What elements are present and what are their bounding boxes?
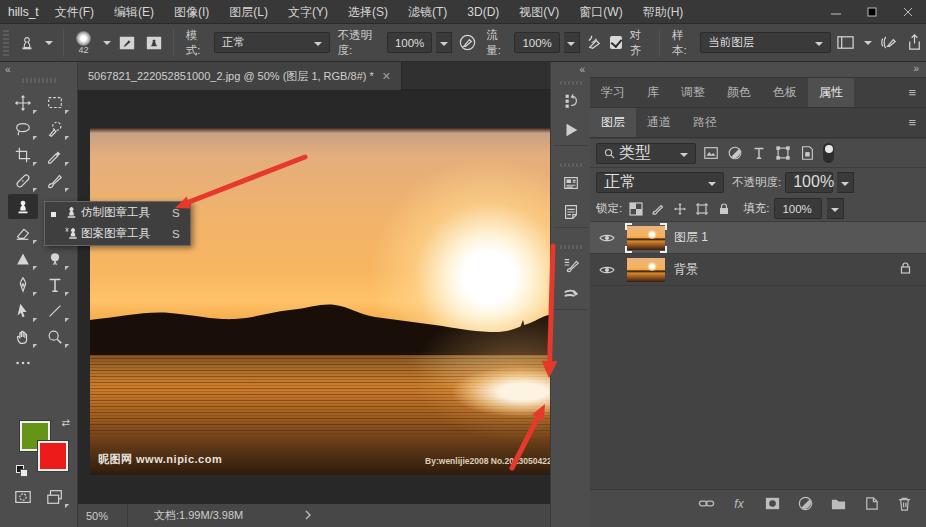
expand-panels-icon[interactable]: » [913, 63, 918, 74]
pressure-opacity-icon[interactable] [456, 31, 478, 55]
menu-file[interactable]: 文件(F) [45, 0, 104, 24]
zoom-level-field[interactable]: 50% [78, 504, 128, 527]
actions-panel-icon[interactable] [556, 116, 586, 144]
menu-view[interactable]: 视图(V) [509, 0, 569, 24]
sample-select[interactable]: 当前图层 [700, 32, 830, 53]
quick-selection-tool[interactable] [40, 116, 70, 141]
link-layers-icon[interactable] [696, 494, 716, 514]
tool-preset-stamp-icon[interactable] [15, 31, 37, 55]
menu-layer[interactable]: 图层(L) [219, 0, 278, 24]
tool-preset-chevron-icon[interactable] [42, 33, 55, 53]
layer-row-layer1[interactable]: 图层 1 [590, 222, 926, 254]
layer-name[interactable]: 图层 1 [674, 229, 708, 246]
flyout-item-pattern-stamp[interactable]: 图案图章工具 S [45, 223, 190, 244]
panel-menu-icon[interactable]: ≡ [898, 108, 926, 137]
filter-smart-objects-icon[interactable] [797, 144, 816, 163]
menu-help[interactable]: 帮助(H) [633, 0, 694, 24]
brush-tool[interactable] [40, 168, 70, 193]
dodge-tool[interactable] [40, 246, 70, 271]
flow-field[interactable]: 100% [514, 32, 559, 53]
delete-layer-trash-icon[interactable] [894, 494, 914, 514]
eyedropper-tool[interactable] [40, 142, 70, 167]
spot-healing-brush-tool[interactable] [8, 168, 38, 193]
layer-fill-field[interactable]: 100% [774, 198, 822, 219]
opacity-chevron-icon[interactable] [436, 32, 452, 53]
flow-chevron-icon[interactable] [564, 32, 580, 53]
menu-filter[interactable]: 滤镜(T) [398, 0, 457, 24]
maximize-button[interactable] [854, 0, 890, 24]
history-panel-icon[interactable] [556, 87, 586, 115]
visibility-eye-icon[interactable] [596, 264, 618, 276]
lock-image-pixels-icon[interactable] [649, 200, 666, 217]
new-layer-icon[interactable] [861, 494, 881, 514]
brush-settings-panel-icon[interactable] [116, 31, 138, 55]
add-layer-mask-icon[interactable] [762, 494, 782, 514]
layer-opacity-chevron-icon[interactable] [837, 172, 854, 193]
close-tab-icon[interactable]: ✕ [382, 70, 391, 83]
close-button[interactable] [890, 0, 926, 24]
info-panel-icon[interactable] [556, 169, 586, 197]
chevron-down-icon[interactable] [861, 33, 874, 53]
collapse-dock-icon[interactable]: « [579, 64, 584, 75]
filter-type-layers-icon[interactable] [749, 144, 768, 163]
tab-properties[interactable]: 属性 [808, 78, 854, 107]
layer-blend-mode-select[interactable]: 正常 [596, 172, 724, 193]
tab-channels[interactable]: 通道 [636, 108, 682, 137]
tab-libraries[interactable]: 库 [636, 78, 670, 107]
share-icon[interactable] [904, 31, 926, 55]
adjustment-layer-icon[interactable] [795, 494, 815, 514]
pressure-size-icon[interactable] [878, 31, 900, 55]
aligned-checkbox[interactable] [610, 36, 622, 49]
screen-mode-button[interactable] [40, 484, 70, 509]
clone-stamp-tool[interactable] [8, 194, 38, 219]
menu-3d[interactable]: 3D(D) [457, 0, 509, 24]
opacity-field[interactable]: 100% [387, 32, 432, 53]
visibility-eye-icon[interactable] [596, 232, 618, 244]
panel-menu-icon[interactable]: ≡ [898, 78, 926, 107]
tab-learn[interactable]: 学习 [590, 78, 636, 107]
filter-shape-layers-icon[interactable] [773, 144, 792, 163]
filter-adjustment-layers-icon[interactable] [725, 144, 744, 163]
menu-select[interactable]: 选择(S) [338, 0, 398, 24]
lasso-tool[interactable] [8, 116, 38, 141]
minimize-button[interactable] [818, 0, 854, 24]
layer-thumbnail[interactable] [626, 257, 666, 283]
type-tool[interactable] [40, 272, 70, 297]
path-selection-tool[interactable] [8, 298, 38, 323]
layer-row-background[interactable]: 背景 [590, 254, 926, 286]
layer-name[interactable]: 背景 [674, 261, 698, 278]
background-color-swatch[interactable] [38, 441, 68, 471]
tab-adjustments[interactable]: 调整 [670, 78, 716, 107]
new-group-folder-icon[interactable] [828, 494, 848, 514]
filter-pixel-layers-icon[interactable] [701, 144, 720, 163]
layer-thumbnail-selected[interactable] [626, 225, 666, 251]
flyout-item-clone-stamp[interactable]: 仿制图章工具 S [45, 202, 190, 223]
tab-layers[interactable]: 图层 [590, 108, 636, 137]
blend-mode-select[interactable]: 正常 [214, 32, 330, 53]
notes-panel-icon[interactable] [556, 198, 586, 226]
airbrush-icon[interactable] [584, 31, 606, 55]
canvas[interactable]: www.nipic.com 昵图网 www.nipic.com By:wenli… [78, 90, 628, 503]
lock-transparent-pixels-icon[interactable] [627, 200, 644, 217]
gradient-tool[interactable] [8, 246, 38, 271]
brush-preview[interactable]: 42 [72, 31, 96, 55]
tab-color[interactable]: 颜色 [716, 78, 762, 107]
menu-image[interactable]: 图像(I) [164, 0, 219, 24]
eraser-tool[interactable] [8, 220, 38, 245]
lock-artboard-icon[interactable] [693, 200, 710, 217]
brush-picker-chevron-icon[interactable] [100, 33, 113, 53]
lock-all-icon[interactable] [715, 200, 732, 217]
collapse-tools-icon[interactable]: « [5, 64, 10, 75]
edit-toolbar-icon[interactable] [8, 350, 38, 375]
brushes-panel-icon[interactable] [556, 280, 586, 308]
layer-filter-select[interactable]: 类型 [596, 143, 696, 164]
menu-window[interactable]: 窗口(W) [569, 0, 632, 24]
quick-mask-mode-button[interactable] [8, 484, 38, 509]
menu-edit[interactable]: 编辑(E) [104, 0, 164, 24]
zoom-tool[interactable] [40, 324, 70, 349]
status-options-chevron-icon[interactable] [303, 509, 313, 523]
layer-opacity-field[interactable]: 100% [785, 172, 833, 193]
pen-tool[interactable] [8, 272, 38, 297]
marquee-tool[interactable] [40, 90, 70, 115]
line-tool[interactable] [40, 298, 70, 323]
